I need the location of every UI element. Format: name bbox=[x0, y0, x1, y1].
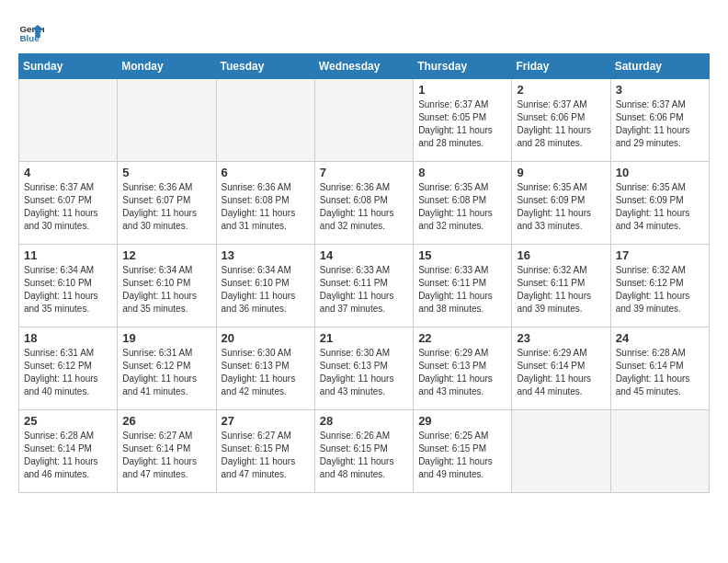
calendar-cell: 16Sunrise: 6:32 AM Sunset: 6:11 PM Dayli… bbox=[512, 245, 610, 327]
calendar-cell: 4Sunrise: 6:37 AM Sunset: 6:07 PM Daylig… bbox=[19, 162, 118, 245]
calendar-cell: 17Sunrise: 6:32 AM Sunset: 6:12 PM Dayli… bbox=[610, 245, 709, 327]
weekday-monday: Monday bbox=[118, 54, 216, 79]
day-info: Sunrise: 6:31 AM Sunset: 6:12 PM Dayligh… bbox=[122, 347, 210, 398]
day-number: 28 bbox=[320, 414, 408, 428]
weekday-wednesday: Wednesday bbox=[314, 54, 413, 79]
calendar-cell: 19Sunrise: 6:31 AM Sunset: 6:12 PM Dayli… bbox=[118, 327, 216, 410]
day-number: 14 bbox=[320, 248, 408, 262]
day-number: 12 bbox=[122, 248, 210, 262]
day-info: Sunrise: 6:36 AM Sunset: 6:07 PM Dayligh… bbox=[122, 181, 210, 233]
day-info: Sunrise: 6:29 AM Sunset: 6:14 PM Dayligh… bbox=[517, 347, 605, 398]
calendar-cell: 13Sunrise: 6:34 AM Sunset: 6:10 PM Dayli… bbox=[216, 245, 314, 327]
calendar-cell: 6Sunrise: 6:36 AM Sunset: 6:08 PM Daylig… bbox=[216, 162, 314, 245]
logo-icon: General Blue bbox=[18, 18, 44, 44]
page-header: General Blue bbox=[18, 18, 710, 44]
day-info: Sunrise: 6:29 AM Sunset: 6:13 PM Dayligh… bbox=[418, 347, 506, 398]
day-number: 2 bbox=[517, 83, 605, 97]
day-number: 3 bbox=[616, 83, 704, 97]
calendar-week-4: 18Sunrise: 6:31 AM Sunset: 6:12 PM Dayli… bbox=[19, 327, 710, 410]
day-info: Sunrise: 6:28 AM Sunset: 6:14 PM Dayligh… bbox=[24, 430, 112, 481]
day-info: Sunrise: 6:27 AM Sunset: 6:14 PM Dayligh… bbox=[122, 430, 210, 481]
calendar-cell: 18Sunrise: 6:31 AM Sunset: 6:12 PM Dayli… bbox=[19, 327, 118, 410]
calendar-cell: 11Sunrise: 6:34 AM Sunset: 6:10 PM Dayli… bbox=[19, 245, 118, 327]
calendar-cell: 10Sunrise: 6:35 AM Sunset: 6:09 PM Dayli… bbox=[610, 162, 709, 245]
day-info: Sunrise: 6:34 AM Sunset: 6:10 PM Dayligh… bbox=[222, 264, 310, 316]
calendar-cell bbox=[19, 79, 118, 162]
day-info: Sunrise: 6:33 AM Sunset: 6:11 PM Dayligh… bbox=[418, 264, 506, 316]
day-info: Sunrise: 6:36 AM Sunset: 6:08 PM Dayligh… bbox=[320, 181, 408, 233]
calendar-header: SundayMondayTuesdayWednesdayThursdayFrid… bbox=[19, 54, 710, 79]
day-info: Sunrise: 6:37 AM Sunset: 6:06 PM Dayligh… bbox=[616, 98, 704, 150]
day-info: Sunrise: 6:37 AM Sunset: 6:06 PM Dayligh… bbox=[517, 98, 605, 150]
day-number: 7 bbox=[320, 166, 408, 179]
calendar-cell: 5Sunrise: 6:36 AM Sunset: 6:07 PM Daylig… bbox=[118, 162, 216, 245]
calendar-cell: 8Sunrise: 6:35 AM Sunset: 6:08 PM Daylig… bbox=[414, 162, 512, 245]
calendar-cell: 2Sunrise: 6:37 AM Sunset: 6:06 PM Daylig… bbox=[512, 79, 610, 162]
calendar-cell: 22Sunrise: 6:29 AM Sunset: 6:13 PM Dayli… bbox=[414, 327, 512, 410]
day-info: Sunrise: 6:35 AM Sunset: 6:09 PM Dayligh… bbox=[517, 181, 605, 233]
day-number: 4 bbox=[24, 166, 112, 179]
day-number: 6 bbox=[222, 166, 310, 179]
calendar-cell: 26Sunrise: 6:27 AM Sunset: 6:14 PM Dayli… bbox=[118, 410, 216, 493]
day-number: 8 bbox=[418, 166, 506, 179]
weekday-header-row: SundayMondayTuesdayWednesdayThursdayFrid… bbox=[19, 54, 710, 79]
calendar-cell bbox=[610, 410, 709, 493]
calendar-cell: 7Sunrise: 6:36 AM Sunset: 6:08 PM Daylig… bbox=[314, 162, 413, 245]
calendar-cell: 15Sunrise: 6:33 AM Sunset: 6:11 PM Dayli… bbox=[414, 245, 512, 327]
day-info: Sunrise: 6:35 AM Sunset: 6:08 PM Dayligh… bbox=[418, 181, 506, 233]
day-info: Sunrise: 6:28 AM Sunset: 6:14 PM Dayligh… bbox=[616, 347, 704, 398]
day-number: 16 bbox=[517, 248, 605, 262]
calendar-cell: 25Sunrise: 6:28 AM Sunset: 6:14 PM Dayli… bbox=[19, 410, 118, 493]
day-info: Sunrise: 6:33 AM Sunset: 6:11 PM Dayligh… bbox=[320, 264, 408, 316]
day-number: 27 bbox=[222, 414, 310, 428]
day-info: Sunrise: 6:37 AM Sunset: 6:05 PM Dayligh… bbox=[418, 98, 506, 150]
calendar-table: SundayMondayTuesdayWednesdayThursdayFrid… bbox=[18, 53, 710, 493]
weekday-thursday: Thursday bbox=[414, 54, 512, 79]
calendar-cell bbox=[118, 79, 216, 162]
day-info: Sunrise: 6:34 AM Sunset: 6:10 PM Dayligh… bbox=[122, 264, 210, 316]
calendar-cell: 14Sunrise: 6:33 AM Sunset: 6:11 PM Dayli… bbox=[314, 245, 413, 327]
day-number: 1 bbox=[418, 83, 506, 97]
calendar-cell bbox=[512, 410, 610, 493]
day-info: Sunrise: 6:31 AM Sunset: 6:12 PM Dayligh… bbox=[24, 347, 112, 398]
day-info: Sunrise: 6:30 AM Sunset: 6:13 PM Dayligh… bbox=[320, 347, 408, 398]
calendar-cell: 28Sunrise: 6:26 AM Sunset: 6:15 PM Dayli… bbox=[314, 410, 413, 493]
day-info: Sunrise: 6:32 AM Sunset: 6:11 PM Dayligh… bbox=[517, 264, 605, 316]
day-info: Sunrise: 6:26 AM Sunset: 6:15 PM Dayligh… bbox=[320, 430, 408, 481]
day-info: Sunrise: 6:25 AM Sunset: 6:15 PM Dayligh… bbox=[418, 430, 506, 481]
calendar-cell bbox=[216, 79, 314, 162]
calendar-cell: 20Sunrise: 6:30 AM Sunset: 6:13 PM Dayli… bbox=[216, 327, 314, 410]
calendar-cell bbox=[314, 79, 413, 162]
calendar-week-1: 1Sunrise: 6:37 AM Sunset: 6:05 PM Daylig… bbox=[19, 79, 710, 162]
day-number: 17 bbox=[616, 248, 704, 262]
day-number: 9 bbox=[517, 166, 605, 179]
day-number: 18 bbox=[24, 331, 112, 345]
day-number: 13 bbox=[222, 248, 310, 262]
day-number: 19 bbox=[122, 331, 210, 345]
day-number: 11 bbox=[24, 248, 112, 262]
calendar-cell: 3Sunrise: 6:37 AM Sunset: 6:06 PM Daylig… bbox=[610, 79, 709, 162]
calendar-cell: 29Sunrise: 6:25 AM Sunset: 6:15 PM Dayli… bbox=[414, 410, 512, 493]
day-info: Sunrise: 6:30 AM Sunset: 6:13 PM Dayligh… bbox=[222, 347, 310, 398]
weekday-sunday: Sunday bbox=[19, 54, 118, 79]
day-number: 10 bbox=[616, 166, 704, 179]
day-number: 24 bbox=[616, 331, 704, 345]
day-info: Sunrise: 6:34 AM Sunset: 6:10 PM Dayligh… bbox=[24, 264, 112, 316]
day-number: 29 bbox=[418, 414, 506, 428]
calendar-cell: 27Sunrise: 6:27 AM Sunset: 6:15 PM Dayli… bbox=[216, 410, 314, 493]
calendar-cell: 9Sunrise: 6:35 AM Sunset: 6:09 PM Daylig… bbox=[512, 162, 610, 245]
day-info: Sunrise: 6:27 AM Sunset: 6:15 PM Dayligh… bbox=[222, 430, 310, 481]
day-number: 15 bbox=[418, 248, 506, 262]
calendar-cell: 1Sunrise: 6:37 AM Sunset: 6:05 PM Daylig… bbox=[414, 79, 512, 162]
day-number: 22 bbox=[418, 331, 506, 345]
day-number: 25 bbox=[24, 414, 112, 428]
calendar-week-5: 25Sunrise: 6:28 AM Sunset: 6:14 PM Dayli… bbox=[19, 410, 710, 493]
weekday-friday: Friday bbox=[512, 54, 610, 79]
day-info: Sunrise: 6:37 AM Sunset: 6:07 PM Dayligh… bbox=[24, 181, 112, 233]
day-number: 21 bbox=[320, 331, 408, 345]
day-number: 23 bbox=[517, 331, 605, 345]
calendar-cell: 23Sunrise: 6:29 AM Sunset: 6:14 PM Dayli… bbox=[512, 327, 610, 410]
logo: General Blue bbox=[18, 18, 44, 44]
day-info: Sunrise: 6:35 AM Sunset: 6:09 PM Dayligh… bbox=[616, 181, 704, 233]
day-number: 5 bbox=[122, 166, 210, 179]
